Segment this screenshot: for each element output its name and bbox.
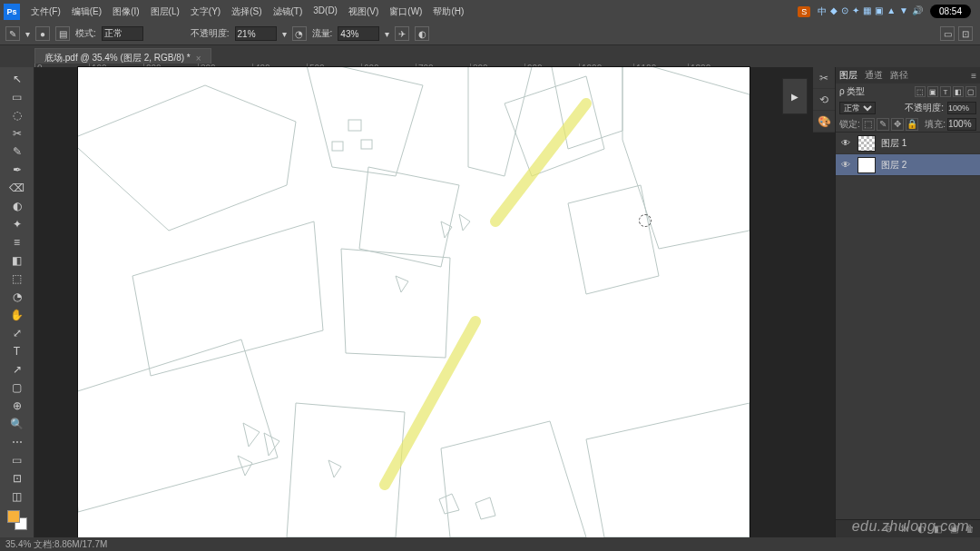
tray-icon[interactable]: ▲	[887, 5, 896, 18]
opacity-label: 不透明度:	[191, 27, 230, 40]
play-button[interactable]: ▶	[782, 78, 808, 114]
menu-item[interactable]: 帮助(H)	[427, 5, 469, 18]
tool-button[interactable]: ⬚	[7, 271, 27, 287]
tab-channels[interactable]: 通道	[865, 69, 883, 82]
lock-button[interactable]: 🔒	[906, 118, 918, 131]
layer-row[interactable]: 👁图层 1	[836, 133, 980, 154]
menu-item[interactable]: 视图(V)	[343, 5, 384, 18]
tool-button[interactable]: ↖	[7, 71, 27, 87]
color-swatches[interactable]	[7, 510, 27, 530]
svg-rect-2	[361, 140, 372, 149]
tray-icon[interactable]: ◆	[830, 5, 838, 18]
visibility-icon[interactable]: 👁	[839, 138, 852, 148]
opt-icon-1[interactable]: ▭	[940, 26, 955, 41]
canvas[interactable]	[78, 67, 750, 537]
pressure-opacity-icon[interactable]: ◔	[292, 26, 307, 41]
menu-item[interactable]: 图像(I)	[107, 5, 144, 18]
tool-button[interactable]: ▭	[7, 89, 27, 105]
tool-button[interactable]: ⋯	[7, 434, 27, 450]
ime-badge[interactable]: S	[798, 6, 810, 17]
lock-button[interactable]: ✥	[891, 118, 904, 131]
tool-button[interactable]: ↗	[7, 361, 27, 378]
fill-input[interactable]	[947, 118, 976, 131]
tool-button[interactable]: ◐	[7, 198, 27, 214]
visibility-icon[interactable]: 👁	[839, 160, 852, 170]
layer-kind-filter[interactable]: T	[940, 86, 951, 97]
menu-item[interactable]: 文件(F)	[25, 5, 66, 18]
close-icon[interactable]: ×	[196, 54, 201, 64]
tab-layers[interactable]: 图层	[839, 69, 858, 82]
tool-button[interactable]: 🔍	[7, 416, 27, 432]
tool-button[interactable]: ◧	[7, 252, 27, 269]
tray-icon[interactable]: ⊙	[841, 5, 848, 18]
flow-input[interactable]	[338, 26, 379, 41]
tray-icon[interactable]: ▼	[899, 5, 908, 18]
tool-button[interactable]: ▭	[7, 452, 27, 468]
blend-mode-select[interactable]: 正常	[839, 102, 876, 114]
pressure-size-icon[interactable]: ◐	[415, 26, 429, 41]
tray-icon[interactable]: ▣	[875, 5, 883, 18]
layer-thumbnail[interactable]	[858, 135, 876, 152]
layer-kind-filter[interactable]: ▣	[927, 86, 938, 97]
tool-button[interactable]: ≡	[7, 234, 27, 251]
tool-button[interactable]: ◔	[7, 289, 27, 305]
panel-menu-icon[interactable]: ≡	[971, 71, 976, 81]
tool-button[interactable]: ✋	[7, 307, 27, 323]
panel-icon[interactable]: ✂	[813, 67, 835, 89]
layer-kind-filter[interactable]: ▢	[965, 86, 976, 97]
tool-button[interactable]: ⌫	[7, 180, 27, 196]
panel-icon[interactable]: 🎨	[813, 111, 835, 133]
brush-panel-icon[interactable]: ▤	[55, 26, 70, 41]
menu-item[interactable]: 3D(D)	[308, 5, 343, 18]
flow-label: 流量:	[312, 27, 333, 40]
svg-line-4	[385, 321, 475, 485]
opacity-input[interactable]	[235, 26, 277, 41]
lock-label: 锁定:	[839, 118, 860, 131]
chevron-down-icon[interactable]: ▾	[25, 29, 30, 39]
canvas-area	[34, 67, 835, 537]
collapsed-panels: ✂⟲🎨	[813, 67, 835, 133]
tool-button[interactable]: ⊕	[7, 398, 27, 414]
layer-opacity-input[interactable]	[947, 102, 976, 114]
tool-button[interactable]: ⊡	[7, 470, 27, 487]
opt-icon-2[interactable]: ⊡	[958, 26, 973, 41]
tool-button[interactable]: ▢	[7, 379, 27, 396]
tool-button[interactable]: ◌	[7, 107, 27, 123]
tool-button[interactable]: ✂	[7, 125, 27, 142]
tool-preset-icon[interactable]: ✎	[5, 26, 20, 41]
fill-label: 填充:	[925, 118, 946, 131]
tray-icon[interactable]: 中	[818, 5, 827, 18]
layer-kind-filter[interactable]: ◧	[953, 86, 964, 97]
layer-thumbnail[interactable]	[858, 157, 876, 173]
layer-row[interactable]: 👁图层 2	[836, 154, 980, 176]
tool-button[interactable]: T	[7, 343, 27, 359]
chevron-down-icon[interactable]: ▾	[385, 29, 389, 39]
clock: 08:54	[930, 5, 971, 18]
brush-preset-icon[interactable]: ●	[35, 26, 50, 41]
menu-item[interactable]: 滤镜(T)	[268, 5, 309, 18]
status-bar: 35.4% 文档:8.86M/17.7M	[0, 537, 980, 551]
tool-button[interactable]: ◫	[7, 488, 27, 505]
tool-button[interactable]: ✎	[7, 143, 27, 160]
blend-mode-select[interactable]	[102, 26, 143, 41]
tool-button[interactable]: ⤢	[7, 325, 27, 341]
tab-paths[interactable]: 路径	[890, 69, 908, 82]
tool-button[interactable]: ✦	[7, 216, 27, 232]
airbrush-icon[interactable]: ✈	[395, 26, 409, 41]
tray-icon[interactable]: ✦	[852, 5, 859, 18]
menu-item[interactable]: 编辑(E)	[66, 5, 107, 18]
panel-icon[interactable]: ⟲	[813, 89, 835, 111]
tray-icon[interactable]: ▦	[863, 5, 871, 18]
menu-item[interactable]: 选择(S)	[226, 5, 267, 18]
chevron-down-icon[interactable]: ▾	[282, 29, 287, 39]
tray-icon[interactable]: 🔊	[912, 5, 923, 18]
menu-item[interactable]: 文字(Y)	[185, 5, 226, 18]
layer-kind-filter[interactable]: ⬚	[915, 86, 926, 97]
lock-button[interactable]: ⬚	[862, 118, 875, 131]
lock-button[interactable]: ✎	[877, 118, 889, 131]
app-logo: Ps	[4, 4, 20, 20]
menu-item[interactable]: 图层(L)	[145, 5, 185, 18]
menu-item[interactable]: 窗口(W)	[384, 5, 427, 18]
tool-button[interactable]: ✒	[7, 162, 27, 178]
tab-title: 底场.pdf @ 35.4% (图层 2, RGB/8) *	[44, 52, 191, 64]
